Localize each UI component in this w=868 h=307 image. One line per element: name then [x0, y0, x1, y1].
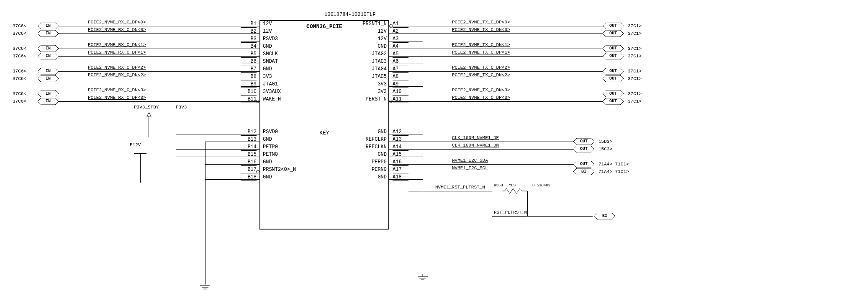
wire	[389, 134, 408, 134]
wire	[241, 41, 259, 41]
net-label: NVME1_RST_PLTRST_N	[435, 185, 485, 298]
gnd-icon	[418, 274, 428, 284]
pin-name-B12: RSVD0	[263, 128, 278, 136]
wire	[408, 79, 423, 79]
page-ref: 37C1>	[628, 45, 665, 52]
pin-num-B11: B11	[241, 95, 257, 103]
port-in: IN	[38, 30, 59, 37]
ic-title: CONN36_PCIE	[306, 23, 342, 30]
wire	[59, 56, 241, 57]
pin-name-B11: WAKE_N	[263, 95, 281, 103]
pin-num-A9: A9	[393, 80, 408, 88]
wire	[241, 164, 259, 165]
ic-body: CONN36_PCIE ————— KEY —————	[259, 20, 389, 230]
pin-name-B6: SMDAT	[263, 58, 278, 65]
pin-num-A2: A2	[393, 28, 408, 35]
wire	[241, 149, 259, 150]
page-ref: 37C1>	[628, 75, 665, 82]
port-bi: BI	[594, 213, 615, 219]
page-ref: 37C1>	[628, 90, 665, 97]
wire	[408, 172, 573, 172]
wire	[389, 56, 408, 57]
pin-name-A2: 12V	[378, 28, 387, 35]
pin-num-B10: B10	[241, 88, 257, 95]
pin-num-B12: B12	[241, 128, 257, 136]
wire	[241, 172, 259, 172]
page-ref: 37C1>	[628, 23, 665, 29]
wire	[241, 71, 259, 72]
page-ref: 37C6<	[13, 68, 26, 75]
wire	[389, 41, 408, 41]
page-ref: 37C6<	[13, 45, 26, 52]
pin-num-A17: A17	[393, 166, 408, 173]
pin-name-A12: GND	[378, 128, 387, 136]
pwr-p12v: P12V	[130, 142, 141, 147]
wire	[389, 94, 408, 94]
wire	[241, 101, 259, 102]
wire	[408, 41, 423, 41]
port-in: IN	[38, 68, 59, 75]
wire	[389, 179, 408, 180]
wire	[176, 134, 241, 134]
page-ref: 37C1>	[628, 53, 665, 59]
wire	[389, 101, 408, 102]
wire	[408, 56, 423, 57]
net-label: PCIE2_NVME_RX_C_DP<3>	[88, 95, 146, 298]
wire	[241, 179, 259, 180]
pin-name-A16: PERP0	[372, 158, 387, 166]
pin-num-B1: B1	[241, 20, 257, 28]
wire	[241, 34, 259, 34]
pwr-p3v3-stby: P3V3_STBY	[134, 105, 159, 110]
wire	[389, 172, 408, 172]
port-out: OUT	[603, 23, 624, 29]
page-ref: 37C6<	[13, 90, 26, 97]
pin-num-A11: A11	[393, 95, 408, 103]
pin-num-B17: B17	[241, 166, 257, 173]
pin-num-A13: A13	[393, 136, 408, 143]
wire	[59, 94, 241, 94]
pin-num-B8: B8	[241, 73, 257, 80]
wire	[241, 49, 259, 49]
pin-name-B4: GND	[263, 43, 272, 50]
pin-name-B1: 12V	[263, 20, 272, 28]
port-in: IN	[38, 90, 59, 97]
pin-num-B15: B15	[241, 151, 257, 158]
port-in: IN	[38, 98, 59, 105]
pin-num-A7: A7	[393, 65, 408, 73]
pin-num-A15: A15	[393, 151, 408, 158]
pin-num-B5: B5	[241, 50, 257, 58]
wire	[241, 79, 259, 79]
pin-name-B17: PRSNT2<0>_N	[263, 166, 296, 173]
port-out: OUT	[603, 45, 624, 52]
wire	[389, 64, 408, 64]
pin-name-A11: PERST_N	[366, 95, 387, 103]
pin-name-B3: RSVD3	[263, 35, 278, 43]
pin-name-A9: 3V3	[378, 80, 387, 88]
wire	[241, 134, 259, 134]
resistor-icon	[502, 188, 527, 196]
res-val: 0 5%0402	[532, 183, 550, 188]
pin-name-A15: GND	[378, 151, 387, 158]
pin-num-B16: B16	[241, 158, 257, 166]
wire	[408, 34, 423, 34]
wire	[527, 191, 528, 216]
wire	[241, 26, 259, 26]
pin-num-B3: B3	[241, 35, 257, 43]
wire	[59, 34, 241, 34]
wire	[389, 71, 408, 72]
pin-name-A7: JTAG4	[372, 65, 387, 73]
pin-num-B2: B2	[241, 28, 257, 35]
wire	[59, 49, 241, 49]
pin-num-A8: A8	[393, 73, 408, 80]
pin-num-A3: A3	[393, 35, 408, 43]
wire	[408, 26, 423, 26]
wire	[389, 164, 408, 165]
power-arrow-icon	[146, 112, 152, 116]
wire	[241, 157, 259, 157]
wire	[59, 79, 241, 79]
wire	[149, 116, 149, 137]
port-out: OUT	[603, 90, 624, 97]
pin-name-B14: PETP0	[263, 143, 278, 151]
wire	[140, 153, 141, 183]
page-ref: 15C3>	[598, 146, 636, 152]
